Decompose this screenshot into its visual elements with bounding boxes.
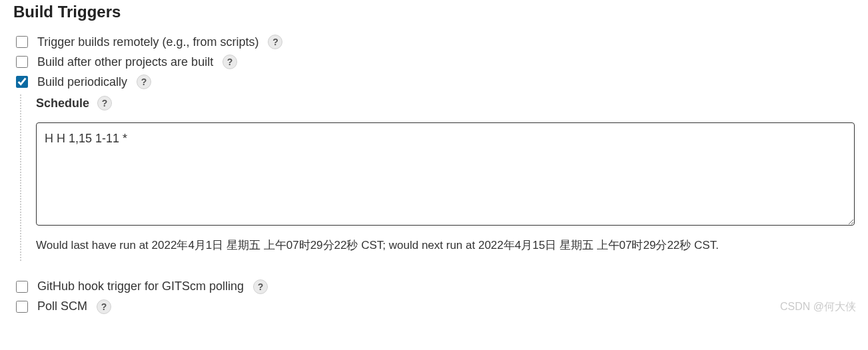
schedule-input[interactable] — [36, 122, 855, 226]
section-title: Build Triggers — [13, 0, 855, 21]
periodic-nested-panel: Schedule ? Would last have run at 2022年4… — [20, 94, 855, 261]
help-icon[interactable]: ? — [253, 279, 268, 294]
trigger-github-label[interactable]: GitHub hook trigger for GITScm polling — [37, 279, 244, 293]
trigger-remote-label[interactable]: Trigger builds remotely (e.g., from scri… — [37, 35, 258, 49]
trigger-github-checkbox[interactable] — [16, 281, 28, 293]
help-icon[interactable]: ? — [268, 35, 282, 49]
trigger-row-github: GitHub hook trigger for GITScm polling ? — [13, 279, 855, 294]
trigger-remote-checkbox[interactable] — [16, 36, 28, 48]
help-icon[interactable]: ? — [97, 299, 111, 314]
trigger-row-after: Build after other projects are built ? — [13, 55, 855, 69]
help-icon[interactable]: ? — [137, 75, 151, 89]
trigger-pollscm-label[interactable]: Poll SCM — [37, 299, 87, 313]
trigger-after-label[interactable]: Build after other projects are built — [37, 55, 213, 69]
trigger-row-remote: Trigger builds remotely (e.g., from scri… — [13, 35, 855, 49]
schedule-label-row: Schedule ? — [36, 96, 855, 110]
help-icon[interactable]: ? — [222, 55, 237, 69]
schedule-label: Schedule — [36, 96, 89, 110]
trigger-pollscm-checkbox[interactable] — [16, 301, 28, 313]
trigger-row-pollscm: Poll SCM ? — [13, 299, 855, 314]
schedule-hint: Would last have run at 2022年4月1日 星期五 上午0… — [36, 236, 855, 256]
build-triggers-section: Trigger builds remotely (e.g., from scri… — [13, 35, 855, 314]
trigger-after-checkbox[interactable] — [16, 56, 28, 68]
trigger-periodic-label[interactable]: Build periodically — [37, 75, 127, 89]
help-icon[interactable]: ? — [97, 96, 112, 110]
trigger-row-periodic: Build periodically ? — [13, 75, 855, 89]
trigger-periodic-checkbox[interactable] — [16, 76, 28, 88]
